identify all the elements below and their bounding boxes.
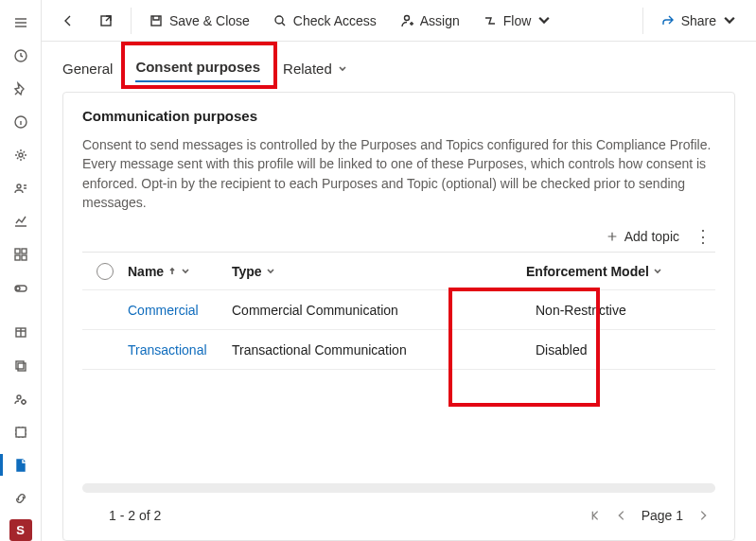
row-name-link[interactable]: Transactional [128, 342, 232, 358]
table-row[interactable]: Transactional Transactional Communicatio… [82, 330, 715, 370]
svg-rect-4 [15, 249, 20, 253]
svg-point-18 [275, 16, 283, 24]
svg-point-2 [19, 153, 23, 157]
command-bar: Save & Close Check Access Assign Flow Sh… [42, 0, 756, 42]
pager-first-icon[interactable] [589, 509, 602, 522]
check-access-button[interactable]: Check Access [263, 8, 386, 34]
chevron-down-icon [653, 267, 662, 276]
purposes-grid: Name Type Enforcement Model Commercial C… [82, 252, 715, 370]
chevron-down-icon [536, 13, 552, 28]
flow-button[interactable]: Flow [473, 8, 562, 34]
svg-rect-6 [15, 255, 20, 260]
rail-pin-icon[interactable] [0, 72, 42, 105]
tab-consent-purposes[interactable]: Consent purposes [135, 53, 260, 82]
svg-point-19 [404, 15, 409, 20]
svg-rect-11 [16, 361, 24, 369]
chevron-down-icon [722, 13, 737, 28]
share-button[interactable]: Share [651, 8, 747, 34]
svg-point-13 [17, 395, 21, 399]
rail-hamburger-icon[interactable] [0, 6, 42, 39]
open-new-icon[interactable] [89, 8, 123, 34]
row-enforcement-model: Disabled [526, 342, 715, 358]
rail-copy-icon[interactable] [0, 349, 42, 382]
svg-rect-7 [22, 255, 26, 260]
content: Communication purposes Consent to send m… [42, 92, 756, 541]
rail-info-icon[interactable] [0, 105, 42, 138]
table-row[interactable]: Commercial Commercial Communication Non-… [82, 290, 715, 330]
grid-header: Name Type Enforcement Model [82, 253, 715, 290]
rail-plugin-icon[interactable] [0, 415, 42, 448]
assign-button[interactable]: Assign [390, 8, 469, 34]
sort-up-icon [167, 267, 177, 276]
card-more-button[interactable]: ⋮ [694, 230, 712, 243]
row-type: Commercial Communication [232, 303, 526, 318]
tab-related[interactable]: Related [283, 55, 347, 82]
left-rail: S [0, 0, 42, 541]
chevron-down-icon [266, 267, 275, 276]
communication-purposes-card: Communication purposes Consent to send m… [62, 92, 735, 541]
chevron-down-icon [181, 267, 190, 276]
rail-usersettings-icon[interactable] [0, 382, 42, 415]
svg-point-3 [17, 184, 21, 188]
column-type[interactable]: Type [232, 264, 526, 279]
rail-app-badge[interactable]: S [9, 519, 32, 541]
card-description: Consent to send messages is controlled b… [82, 135, 715, 212]
rail-toggle-icon[interactable] [0, 271, 42, 305]
svg-rect-5 [22, 249, 26, 253]
rail-chart-icon[interactable] [0, 205, 42, 238]
rail-clock-icon[interactable] [0, 39, 42, 72]
svg-rect-15 [16, 428, 26, 437]
svg-rect-12 [18, 363, 26, 371]
back-button[interactable] [51, 8, 85, 34]
main-area: Save & Close Check Access Assign Flow Sh… [42, 0, 756, 541]
svg-point-9 [16, 287, 20, 290]
horizontal-scrollbar[interactable] [82, 483, 715, 493]
form-tabs: General Consent purposes Related [42, 42, 756, 92]
pager-page-label: Page 1 [642, 508, 683, 523]
pager-summary: 1 - 2 of 2 [109, 508, 161, 523]
column-name[interactable]: Name [128, 264, 232, 279]
row-enforcement-model: Non-Restrictive [526, 303, 715, 318]
select-all-radio[interactable] [97, 263, 114, 280]
tab-general[interactable]: General [62, 55, 113, 82]
grid-pager: 1 - 2 of 2 Page 1 [82, 493, 715, 525]
column-enforcement-model[interactable]: Enforcement Model [526, 264, 715, 279]
rail-package-icon[interactable] [0, 316, 42, 349]
card-title: Communication purposes [82, 108, 715, 124]
svg-point-14 [22, 400, 26, 404]
chevron-down-icon [338, 64, 347, 74]
row-name-link[interactable]: Commercial [128, 303, 232, 318]
row-type: Transactional Communication [232, 342, 526, 358]
rail-link-icon[interactable] [0, 481, 42, 515]
pager-next-icon[interactable] [696, 509, 710, 522]
rail-document-icon[interactable] [0, 448, 42, 481]
pager-prev-icon[interactable] [615, 509, 628, 522]
rail-grid-icon[interactable] [0, 238, 42, 271]
save-close-button[interactable]: Save & Close [139, 8, 259, 34]
rail-contacts-icon[interactable] [0, 172, 42, 205]
add-topic-button[interactable]: Add topic [606, 229, 679, 244]
rail-gear-icon[interactable] [0, 139, 42, 172]
